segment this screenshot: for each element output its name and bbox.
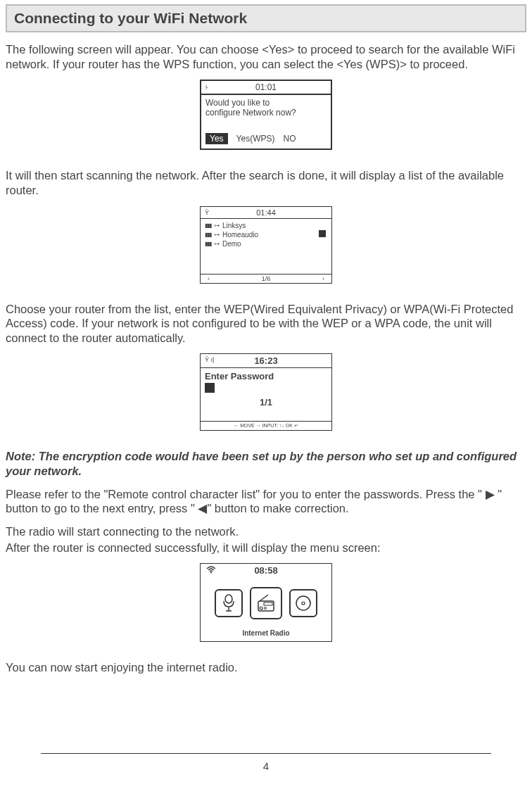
screen-enter-password: Ŷ ı| 16:23 Enter Password 1/1 ← MOVE → I… (200, 353, 332, 431)
option-yes: Yes (205, 133, 228, 144)
page-number: 4 (263, 760, 269, 772)
screen-1-wrap: ⍭ 01:01 Would you like to configure Netw… (6, 80, 526, 150)
screen-menu: 08:58 Internet Radio (200, 563, 332, 642)
screen3-topbar: Ŷ ı| 16:23 (201, 354, 331, 368)
screen4-time: 08:58 (254, 565, 277, 576)
screen1-topbar: ⍭ 01:01 (201, 81, 331, 95)
signal-icon: ▮▮▮ (205, 232, 211, 238)
screen1-time: 01:01 (255, 82, 277, 92)
paragraph-1: The following screen will appear. You ca… (6, 42, 526, 71)
microphone-icon (215, 589, 243, 617)
signal-icon: ▮▮▮ (205, 241, 211, 247)
scrollbar-thumb (319, 230, 326, 237)
paragraph-8: You can now start enjoying the internet … (6, 660, 526, 675)
screen-router-list: Ŷ 01:44 ▮▮▮⊶Linksys ▮▮▮⊶Homeaudio ▮▮▮⊶De… (200, 206, 332, 284)
screen2-pager: 1/6 (262, 275, 271, 282)
router-name: Linksys (222, 222, 246, 229)
screen2-time: 01:44 (256, 208, 276, 217)
bluetooth-icon: ⍭ (204, 82, 209, 91)
svg-rect-3 (264, 602, 272, 605)
screen4-body (201, 577, 331, 629)
lock-icon: ⊶ (214, 232, 220, 238)
text-cursor (205, 383, 215, 393)
paragraph-6: The radio will start connecting to the n… (6, 524, 526, 539)
screen2-footer: ‹ 1/6 › (201, 274, 331, 283)
list-item: ▮▮▮⊶Homeaudio (205, 231, 327, 239)
screen-3-wrap: Ŷ ı| 16:23 Enter Password 1/1 ← MOVE → I… (6, 353, 526, 431)
lock-icon: ⊶ (214, 222, 220, 229)
list-item: ▮▮▮⊶Linksys (205, 222, 327, 229)
antenna-icon: Ŷ (205, 209, 209, 216)
footer-divider (41, 753, 491, 754)
screen2-topbar: Ŷ 01:44 (201, 207, 331, 219)
section-heading: Connecting to your WiFi Network (6, 4, 526, 32)
screen4-topbar: 08:58 (201, 564, 331, 577)
svg-point-7 (302, 602, 305, 605)
screen1-line1: Would you like to (205, 98, 327, 108)
option-no: NO (283, 134, 296, 144)
paragraph-3: Choose your router from the list, enter … (6, 302, 526, 346)
screen4-caption: Internet Radio (201, 629, 331, 641)
router-name: Demo (222, 240, 241, 248)
svg-point-5 (265, 607, 267, 610)
chevron-right-icon: › (322, 275, 324, 282)
radio-icon (250, 587, 282, 619)
screen-configure-prompt: ⍭ 01:01 Would you like to configure Netw… (200, 80, 332, 150)
chevron-left-icon: ‹ (208, 275, 210, 282)
svg-point-0 (210, 572, 212, 574)
svg-point-1 (225, 595, 232, 603)
paragraph-7: After the router is connected successful… (6, 541, 526, 555)
wifi-signal-icon: Ŷ ı| (205, 356, 214, 363)
screen1-body: Would you like to configure Network now? (201, 95, 331, 133)
paragraph-5: Please refer to the "Remote control char… (6, 487, 526, 516)
screen3-hint: ← MOVE → INPUT: ↑↓ OK ↵ (201, 421, 331, 430)
disc-icon (289, 589, 317, 617)
screen3-time: 16:23 (254, 355, 277, 366)
list-item: ▮▮▮⊶Demo (205, 240, 327, 248)
screen-4-wrap: 08:58 Internet Radio (6, 563, 526, 642)
screen3-pager: 1/1 (205, 397, 327, 408)
svg-point-4 (260, 607, 262, 610)
signal-icon: ▮▮▮ (205, 222, 211, 229)
screen3-title: Enter Password (205, 371, 327, 381)
option-yes-wps: Yes(WPS) (236, 134, 275, 144)
screen3-body: Enter Password 1/1 (201, 368, 331, 421)
screen2-list: ▮▮▮⊶Linksys ▮▮▮⊶Homeaudio ▮▮▮⊶Demo (201, 219, 331, 274)
paragraph-note: Note: The encryption code would have bee… (6, 449, 526, 478)
screen1-options: Yes Yes(WPS) NO (201, 133, 331, 149)
screen1-line2: configure Network now? (205, 108, 327, 118)
screen-2-wrap: Ŷ 01:44 ▮▮▮⊶Linksys ▮▮▮⊶Homeaudio ▮▮▮⊶De… (6, 206, 526, 284)
paragraph-2: It will then start scanning the network.… (6, 168, 526, 197)
lock-icon: ⊶ (214, 241, 220, 247)
router-name: Homeaudio (222, 231, 258, 239)
wifi-icon (206, 566, 216, 574)
